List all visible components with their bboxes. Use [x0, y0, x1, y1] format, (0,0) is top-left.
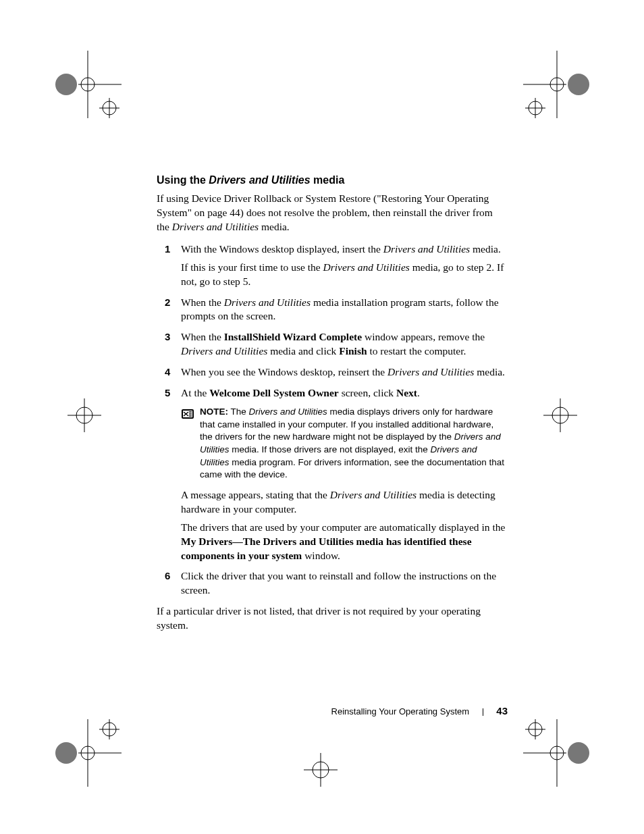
- step-body: The drivers that are used by your comput…: [181, 521, 508, 563]
- svg-point-34: [313, 762, 329, 778]
- ordered-steps: 1 With the Windows desktop displayed, in…: [157, 242, 508, 598]
- page-number: 43: [496, 705, 508, 716]
- intro-paragraph: If using Device Driver Rollback or Syste…: [157, 192, 508, 234]
- body-text: At the: [181, 387, 209, 398]
- note-block: NOTE: The Drivers and Utilities media di…: [181, 406, 508, 481]
- body-text-italic: Drivers and Utilities: [383, 243, 470, 255]
- body-text-italic: Drivers and Utilities: [181, 345, 267, 357]
- page-footer: Reinstalling Your Operating System 43: [0, 705, 644, 716]
- body-text: media program. For drivers information, …: [200, 457, 504, 480]
- body-text: media.: [474, 366, 505, 377]
- body-text: A message appears, stating that the: [181, 489, 330, 500]
- body-text-italic: Drivers and Utilities: [330, 489, 417, 500]
- body-text-bold: Finish: [339, 345, 367, 357]
- body-text: When you see the Windows desktop, reinse…: [181, 366, 387, 377]
- note-label: NOTE:: [200, 407, 228, 417]
- body-text-italic: Drivers and Utilities: [224, 296, 311, 308]
- body-text: The drivers that are used by your comput…: [181, 521, 505, 533]
- body-text: media and click: [267, 345, 339, 357]
- body-text: With the Windows desktop displayed, inse…: [181, 243, 383, 255]
- page-content: Using the Drivers and Utilities media If…: [157, 174, 508, 633]
- body-text: .: [417, 387, 420, 398]
- svg-point-30: [550, 746, 564, 760]
- body-text-italic: Drivers and Utilities: [387, 366, 474, 377]
- body-text: When the: [181, 296, 224, 308]
- heading-text: media: [311, 174, 345, 186]
- step-item: 5 At the Welcome Dell System Owner scree…: [157, 386, 508, 563]
- section-heading: Using the Drivers and Utilities media: [157, 174, 508, 186]
- body-text-bold: InstallShield Wizard Complete: [224, 331, 362, 342]
- printer-registration-mark-icon: [523, 716, 597, 790]
- svg-point-14: [76, 407, 92, 423]
- body-text: to restart the computer.: [367, 345, 466, 357]
- step-item: 2 When the Drivers and Utilities media i…: [157, 296, 508, 324]
- body-text: media. If those drivers are not displaye…: [230, 444, 431, 454]
- body-text-italic: Drivers and Utilities: [323, 261, 410, 273]
- step-number: 1: [165, 242, 170, 256]
- step-number: 2: [165, 296, 170, 309]
- body-text-italic: Drivers and Utilities: [249, 407, 327, 417]
- body-text: window appears, remove the: [362, 331, 485, 342]
- step-item: 6 Click the driver that you want to rein…: [157, 569, 508, 598]
- svg-point-11: [529, 101, 542, 115]
- body-text-bold: Welcome Dell System Owner: [209, 387, 339, 398]
- step-body: When the InstallShield Wizard Complete w…: [181, 330, 508, 359]
- step-body: At the Welcome Dell System Owner screen,…: [181, 386, 508, 400]
- step-body: Click the driver that you want to reinst…: [181, 569, 508, 598]
- svg-point-20: [55, 742, 77, 764]
- step-number: 6: [165, 569, 170, 583]
- step-item: 3 When the InstallShield Wizard Complete…: [157, 330, 508, 359]
- body-text-italic: Drivers and Utilities: [172, 221, 259, 232]
- body-text: If this is your first time to use the: [181, 261, 323, 273]
- note-text: NOTE: The Drivers and Utilities media di…: [200, 406, 508, 481]
- printer-registration-mark-icon: [523, 378, 597, 452]
- body-text: When the: [181, 331, 224, 342]
- printer-registration-mark-icon: [290, 739, 351, 800]
- svg-point-27: [568, 742, 589, 764]
- step-item: 1 With the Windows desktop displayed, in…: [157, 242, 508, 289]
- body-text: screen, click: [339, 387, 396, 398]
- step-body: A message appears, stating that the Driv…: [181, 488, 508, 517]
- svg-point-24: [103, 723, 116, 736]
- step-body: If this is your first time to use the Dr…: [181, 261, 508, 289]
- body-text: media.: [470, 243, 501, 255]
- body-text: The: [228, 407, 249, 417]
- footer-separator: [483, 708, 483, 716]
- svg-point-3: [81, 78, 95, 91]
- body-text: media.: [259, 221, 290, 232]
- svg-point-31: [529, 723, 542, 736]
- svg-point-7: [568, 74, 589, 95]
- printer-registration-mark-icon: [47, 47, 122, 122]
- svg-point-10: [550, 78, 564, 91]
- body-text-bold: Next: [396, 387, 417, 398]
- heading-text: Using the: [157, 174, 209, 186]
- svg-point-0: [55, 74, 77, 95]
- printer-registration-mark-icon: [523, 47, 597, 122]
- closing-paragraph: If a particular driver is not listed, th…: [157, 604, 508, 633]
- step-body: When the Drivers and Utilities media ins…: [181, 296, 508, 324]
- heading-italic: Drivers and Utilities: [209, 174, 310, 186]
- body-text: Click the driver that you want to reinst…: [181, 570, 496, 596]
- note-icon: [181, 407, 194, 425]
- step-item: 4 When you see the Windows desktop, rein…: [157, 365, 508, 380]
- step-body: When you see the Windows desktop, reinse…: [181, 365, 508, 380]
- svg-point-17: [552, 407, 568, 423]
- step-body: With the Windows desktop displayed, inse…: [181, 242, 508, 257]
- printer-registration-mark-icon: [47, 378, 122, 452]
- step-number: 5: [165, 386, 170, 400]
- svg-point-4: [103, 101, 116, 115]
- step-number: 3: [165, 330, 170, 344]
- printer-registration-mark-icon: [47, 716, 122, 790]
- svg-point-23: [81, 746, 95, 760]
- body-text: window.: [302, 550, 340, 561]
- step-number: 4: [165, 365, 170, 379]
- footer-section-title: Reinstalling Your Operating System: [331, 706, 470, 716]
